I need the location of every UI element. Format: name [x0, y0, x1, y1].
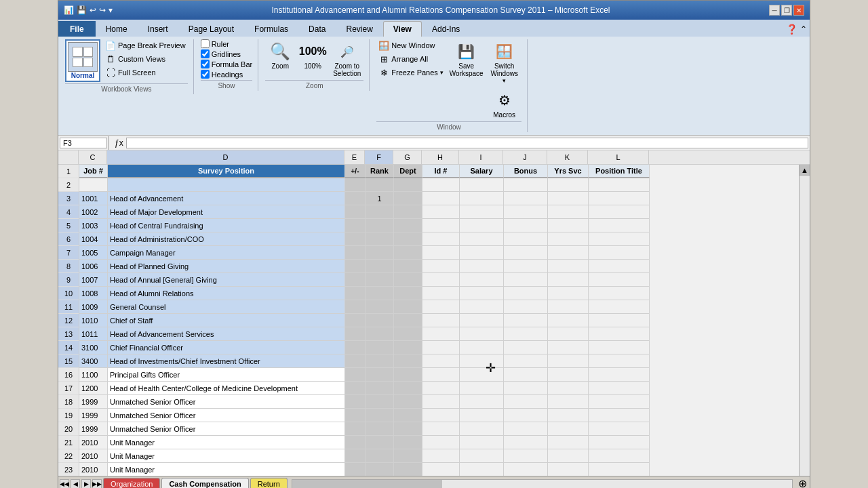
- tab-view[interactable]: View: [383, 21, 422, 37]
- cell-l13[interactable]: [589, 327, 650, 341]
- col-header-l[interactable]: L: [588, 150, 649, 164]
- cell-l12[interactable]: [589, 314, 650, 327]
- cell-k15[interactable]: [548, 354, 589, 368]
- cell-k11[interactable]: [548, 300, 589, 314]
- cell-l22[interactable]: [589, 449, 650, 463]
- cell-j4[interactable]: [504, 205, 548, 219]
- cell-f22[interactable]: [366, 449, 394, 463]
- cell-h11[interactable]: [422, 300, 460, 314]
- cell-c20[interactable]: 1999: [79, 422, 108, 436]
- freeze-panes-button[interactable]: ❄ Freeze Panes ▾: [376, 66, 445, 79]
- cell-j23[interactable]: [504, 463, 548, 476]
- cell-j21[interactable]: [504, 436, 548, 449]
- cell-d13[interactable]: Head of Advancement Services: [108, 327, 345, 341]
- cell-c21[interactable]: 2010: [79, 436, 108, 449]
- cell-g21[interactable]: [394, 436, 422, 449]
- cell-k23[interactable]: [548, 463, 589, 476]
- row-header-8[interactable]: 8: [58, 260, 79, 273]
- cell-c13[interactable]: 1011: [79, 327, 108, 341]
- cell-k16[interactable]: [548, 368, 589, 382]
- row-header-19[interactable]: 19: [58, 409, 79, 422]
- cell-e10[interactable]: [345, 287, 366, 300]
- cell-d1[interactable]: Survey Position: [108, 165, 345, 178]
- normal-view-button[interactable]: Normal: [65, 39, 100, 82]
- cell-f21[interactable]: [366, 436, 394, 449]
- vertical-scrollbar[interactable]: ▲ ▼: [799, 165, 810, 476]
- cell-l14[interactable]: [589, 341, 650, 354]
- cell-f13[interactable]: [366, 327, 394, 341]
- cell-f20[interactable]: [366, 422, 394, 436]
- cell-e8[interactable]: [345, 260, 366, 273]
- zoom-selection-button[interactable]: 🔎 Zoom toSelection: [330, 39, 363, 79]
- cell-l21[interactable]: [589, 436, 650, 449]
- cell-i8[interactable]: [460, 260, 504, 273]
- sheet-tab-return[interactable]: Return: [250, 478, 288, 488]
- scroll-track[interactable]: [800, 176, 810, 476]
- cell-d14[interactable]: Chief Financial Officer: [108, 341, 345, 354]
- cell-h12[interactable]: [422, 314, 460, 327]
- cell-c19[interactable]: 1999: [79, 409, 108, 422]
- cell-i16[interactable]: [460, 368, 504, 382]
- row-header-12[interactable]: 12: [58, 314, 79, 327]
- cell-l2[interactable]: [589, 178, 650, 192]
- cell-f12[interactable]: [366, 314, 394, 327]
- cell-g17[interactable]: [394, 382, 422, 395]
- cell-k21[interactable]: [548, 436, 589, 449]
- cell-c7[interactable]: 1005: [79, 246, 108, 260]
- cell-f5[interactable]: [366, 219, 394, 232]
- cell-i12[interactable]: [460, 314, 504, 327]
- zoom-button[interactable]: 🔍 Zoom: [265, 39, 295, 71]
- cell-f7[interactable]: [366, 246, 394, 260]
- cell-h1[interactable]: Id #: [422, 165, 460, 178]
- cell-h17[interactable]: [422, 382, 460, 395]
- cell-e23[interactable]: [345, 463, 366, 476]
- cell-f9[interactable]: [366, 273, 394, 287]
- cell-k20[interactable]: [548, 422, 589, 436]
- cell-f14[interactable]: [366, 341, 394, 354]
- cell-d21[interactable]: Unit Manager: [108, 436, 345, 449]
- row-header-2[interactable]: 2: [58, 178, 79, 192]
- cell-g11[interactable]: [394, 300, 422, 314]
- cell-c3[interactable]: 1001: [79, 192, 108, 205]
- cell-c10[interactable]: 1008: [79, 287, 108, 300]
- col-header-g[interactable]: G: [393, 150, 422, 164]
- help-icon[interactable]: ❓: [786, 24, 797, 35]
- cell-j7[interactable]: [504, 246, 548, 260]
- row-header-5[interactable]: 5: [58, 219, 79, 232]
- sheet-tab-organization[interactable]: Organization: [103, 478, 160, 488]
- full-screen-button[interactable]: ⛶ Full Screen: [103, 66, 188, 79]
- macros-button[interactable]: ⚙ Macros: [488, 88, 521, 120]
- last-sheet-button[interactable]: ▶▶: [92, 479, 102, 489]
- cell-l19[interactable]: [589, 409, 650, 422]
- zoom-100-button[interactable]: 100% 100%: [298, 39, 328, 71]
- cell-h21[interactable]: [422, 436, 460, 449]
- cell-g19[interactable]: [394, 409, 422, 422]
- cell-f16[interactable]: [366, 368, 394, 382]
- cell-c22[interactable]: 2010: [79, 449, 108, 463]
- cell-j3[interactable]: [504, 192, 548, 205]
- cell-d17[interactable]: Head of Health Center/College of Medicin…: [108, 382, 345, 395]
- cell-k22[interactable]: [548, 449, 589, 463]
- row-header-21[interactable]: 21: [58, 436, 79, 449]
- cell-e18[interactable]: [345, 395, 366, 409]
- cell-j19[interactable]: [504, 409, 548, 422]
- cell-g4[interactable]: [394, 205, 422, 219]
- cell-i15[interactable]: [460, 354, 504, 368]
- tab-review[interactable]: Review: [336, 21, 382, 37]
- cell-e9[interactable]: [345, 273, 366, 287]
- cell-f19[interactable]: [366, 409, 394, 422]
- row-header-23[interactable]: 23: [58, 463, 79, 476]
- cell-l4[interactable]: [589, 205, 650, 219]
- row-header-17[interactable]: 17: [58, 382, 79, 395]
- new-window-button[interactable]: 🪟 New Window: [376, 39, 445, 52]
- cell-j6[interactable]: [504, 232, 548, 246]
- cell-l16[interactable]: [589, 368, 650, 382]
- cell-j14[interactable]: [504, 341, 548, 354]
- cell-e16[interactable]: [345, 368, 366, 382]
- cell-f17[interactable]: [366, 382, 394, 395]
- row-header-11[interactable]: 11: [58, 300, 79, 314]
- tab-formulas[interactable]: Formulas: [244, 21, 298, 37]
- cell-d15[interactable]: Head of Investments/Chief Investment Off…: [108, 354, 345, 368]
- tab-data[interactable]: Data: [298, 21, 336, 37]
- cell-h14[interactable]: [422, 341, 460, 354]
